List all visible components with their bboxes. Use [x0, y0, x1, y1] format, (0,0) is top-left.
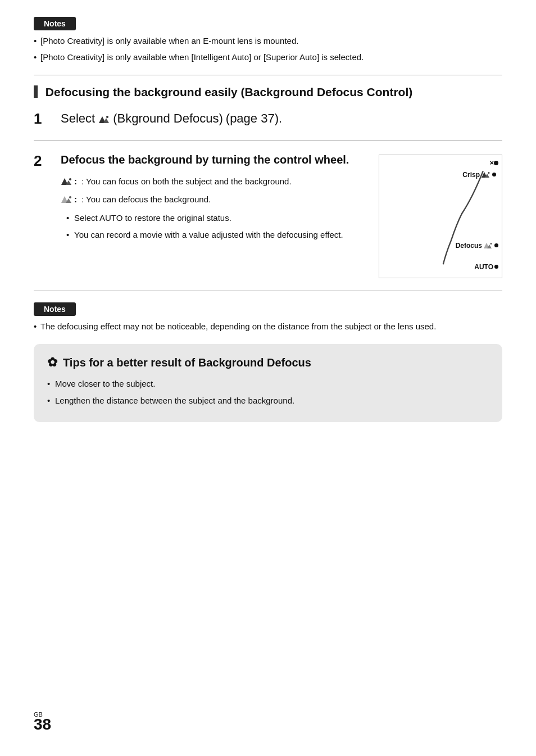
step-number-2: 2: [34, 152, 56, 170]
focus-both-text: : You can focus on both the subject and …: [81, 175, 292, 188]
diagram-dot-x: [494, 161, 498, 165]
focus-both-line: : : You can focus on both the subject an…: [61, 175, 367, 188]
notes-title-2: Notes: [34, 302, 76, 316]
step-1: 1 Select (Bkground Defocus) (page 37).: [34, 110, 502, 128]
section-title: Defocusing the background easily (Backgr…: [34, 84, 502, 100]
defocus-icon: :: [61, 193, 77, 206]
defocus-line: : : You can defocus the background.: [61, 193, 367, 206]
tips-icon: ✿: [47, 355, 57, 370]
defocus-dot: [494, 243, 498, 247]
notes-section-2: Notes The defocusing effect may not be n…: [34, 302, 502, 333]
tips-title: ✿ Tips for a better result of Background…: [47, 355, 489, 370]
svg-point-5: [69, 178, 71, 180]
step1-divider: [34, 141, 502, 141]
tips-item-2: Lengthen the distance between the subjec…: [47, 395, 489, 408]
tips-list: Move closer to the subject. Lengthen the…: [47, 378, 489, 407]
focus-both-icon: :: [61, 175, 77, 188]
auto-dot: [494, 265, 498, 269]
step1-content: Select (Bkground Defocus) (page 37).: [61, 110, 502, 128]
tips-box: ✿ Tips for a better result of Background…: [34, 344, 502, 422]
notes-title-1: Notes: [34, 17, 76, 30]
step2-content: Defocus the background by turning the co…: [61, 152, 502, 278]
step-2: 2 Defocus the background by turning the …: [34, 152, 502, 278]
diagram-label-x: ×: [489, 159, 494, 167]
step2-left: Defocus the background by turning the co…: [61, 152, 367, 246]
step2-divider: [34, 291, 502, 291]
diagram-label-auto: AUTO: [474, 263, 498, 271]
svg-point-2: [106, 116, 108, 118]
step2-bullets: Select AUTO to restore the original stat…: [61, 212, 367, 242]
crisp-dot: [492, 173, 496, 176]
svg-point-11: [488, 172, 490, 174]
bkground-defocus-icon: [98, 114, 110, 124]
notes-section-1: Notes [Photo Creativity] is only availab…: [34, 17, 502, 64]
step-number-1: 1: [34, 110, 56, 128]
svg-point-8: [69, 196, 71, 198]
step2-container: Defocus the background by turning the co…: [61, 152, 502, 278]
tips-item-1: Move closer to the subject.: [47, 378, 489, 391]
step2-bullet-1: Select AUTO to restore the original stat…: [66, 212, 367, 225]
step1-icon-label: (Bkground Defocus): [113, 110, 223, 128]
step2-heading: Defocus the background by turning the co…: [61, 152, 367, 168]
notes-list-2: The defocusing effect may not be noticea…: [34, 320, 502, 333]
diagram-label-crisp: Crisp: [462, 171, 496, 179]
notes-item-1: [Photo Creativity] is only available whe…: [34, 35, 502, 48]
notes2-item-1: The defocusing effect may not be noticea…: [34, 320, 502, 333]
step2-bullet-2: You can record a movie with a value adju…: [66, 229, 367, 242]
step1-text-after: (page 37).: [226, 110, 282, 128]
page-number: GB 38: [34, 711, 51, 734]
defocus-text: : You can defocus the background.: [81, 193, 211, 206]
notes-item-2: [Photo Creativity] is only available whe…: [34, 51, 502, 64]
page-number-value: 38: [34, 716, 51, 733]
step1-text: Select (Bkground Defocus) (page 37).: [61, 110, 502, 128]
diagram-label-defocus: Defocus: [456, 242, 498, 250]
svg-point-14: [490, 243, 492, 245]
diagram-box: × Crisp Def: [379, 155, 502, 278]
section-header: Defocusing the background easily (Backgr…: [34, 75, 502, 100]
notes-list-1: [Photo Creativity] is only available whe…: [34, 35, 502, 64]
step1-text-before: Select: [61, 110, 95, 128]
section-title-bar: [34, 85, 38, 98]
